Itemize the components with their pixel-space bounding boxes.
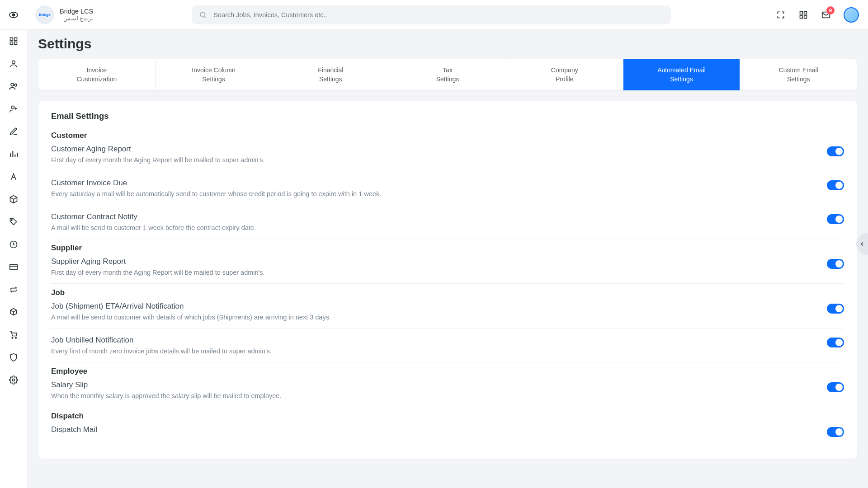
group-customer: Customer [51,131,844,140]
sync-icon[interactable] [9,285,19,295]
setting-title: Customer Contract Notify [51,212,256,221]
setting-job-eta: Job (Shipment) ETA/Arrival Notification … [51,299,844,328]
visibility-toggle-icon[interactable] [0,9,27,20]
svg-rect-5 [804,11,807,14]
svg-rect-7 [804,15,807,18]
toggle-job-eta[interactable] [827,304,844,314]
gear-icon[interactable] [9,375,19,385]
setting-desc: First day of every month the Aging Repor… [51,269,265,276]
brand-block[interactable]: Bridge Bridge LCS بريدج لسس [35,5,93,24]
tag-icon[interactable] [9,217,19,227]
tab-financial[interactable]: FinancialSettings [272,59,389,90]
toggle-customer-contract[interactable] [827,214,844,224]
setting-dispatch-mail: Dispatch Mail [51,422,844,444]
setting-desc: A mail will be send to customer with det… [51,314,331,321]
search-input[interactable] [192,5,671,24]
setting-desc: Every first of month zero invoice jobs d… [51,347,272,355]
brand-logo: Bridge [35,5,54,24]
setting-desc: First day of every month the Aging Repor… [51,156,265,164]
toggle-customer-aging[interactable] [827,146,844,156]
setting-supplier-aging: Supplier Aging Report First day of every… [51,254,844,284]
svg-rect-4 [800,11,803,14]
setting-title: Job Unbilled Notification [51,336,272,345]
user-icon[interactable] [9,59,19,69]
brand-subtitle: بريدج لسس [60,15,93,22]
font-icon[interactable] [9,172,19,182]
search-box [192,5,671,24]
svg-point-20 [12,337,13,338]
users-icon[interactable] [9,81,19,91]
clock-icon[interactable] [9,239,19,249]
svg-rect-6 [800,15,803,18]
email-settings-panel: Email Settings Customer Customer Aging R… [38,101,857,459]
setting-desc: Every saturday a mail will be automatica… [51,190,381,197]
setting-title: Salary Slip [51,380,281,389]
svg-line-3 [205,16,206,18]
settings-tabs: InvoiceCustomization Invoice ColumnSetti… [38,59,857,91]
svg-rect-11 [10,42,13,45]
toggle-dispatch-mail[interactable] [827,427,844,437]
svg-point-1 [13,14,15,16]
sidebar [0,30,27,488]
svg-rect-9 [10,38,13,41]
svg-point-15 [14,84,17,86]
search-icon [199,11,207,19]
setting-customer-invoice-due: Customer Invoice Due Every saturday a ma… [51,176,844,205]
card-icon[interactable] [9,262,19,272]
package-icon[interactable] [9,194,19,204]
top-header: Bridge Bridge LCS بريدج لسس 9 [0,0,868,30]
setting-title: Customer Invoice Due [51,178,381,188]
mail-icon[interactable]: 9 [821,10,831,20]
toggle-supplier-aging[interactable] [827,259,844,269]
svg-point-13 [12,61,15,64]
user-avatar[interactable] [844,7,859,23]
setting-title: Dispatch Mail [51,425,97,434]
svg-rect-19 [10,264,18,270]
svg-rect-10 [14,38,17,41]
fullscreen-icon[interactable] [776,10,786,20]
setting-title: Supplier Aging Report [51,257,265,266]
chevron-left-icon [859,241,865,247]
svg-point-16 [11,106,14,109]
setting-title: Customer Aging Report [51,145,265,154]
svg-point-17 [11,220,13,221]
svg-rect-12 [14,42,17,45]
cart-icon[interactable] [9,330,19,340]
svg-point-21 [15,337,17,338]
setting-title: Job (Shipment) ETA/Arrival Notification [51,302,331,311]
setting-customer-contract: Customer Contract Notify A mail will be … [51,210,844,239]
setting-desc: A mail will be send to customer 1 week b… [51,224,256,231]
tab-custom-email[interactable]: Custom EmailSettings [740,59,857,90]
tab-automated-email[interactable]: Automated EmailSettings [623,59,741,90]
setting-desc: When the monthly salary is approved the … [51,392,281,399]
setting-salary-slip: Salary Slip When the monthly salary is a… [51,378,844,407]
apps-grid-icon[interactable] [798,10,808,20]
panel-title: Email Settings [51,111,844,121]
box3d-icon[interactable] [9,307,19,317]
group-employee: Employee [51,367,844,376]
tab-tax[interactable]: TaxSettings [389,59,506,90]
page-title: Settings [38,36,857,52]
group-dispatch: Dispatch [51,412,844,421]
toggle-customer-invoice-due[interactable] [827,180,844,190]
svg-point-2 [200,12,205,17]
setting-job-unbilled: Job Unbilled Notification Every first of… [51,333,844,362]
notification-badge: 9 [826,6,835,14]
toggle-salary-slip[interactable] [827,382,844,392]
group-job: Job [51,288,844,297]
svg-point-22 [13,379,15,381]
tab-invoice-column[interactable]: Invoice ColumnSettings [156,59,273,90]
brand-name: Bridge LCS [60,8,93,15]
svg-point-14 [11,83,14,86]
group-supplier: Supplier [51,244,844,253]
tab-invoice-customization[interactable]: InvoiceCustomization [38,59,156,90]
tab-company-profile[interactable]: CompanyProfile [506,59,623,90]
main-content: Settings InvoiceCustomization Invoice Co… [27,30,868,488]
setting-customer-aging: Customer Aging Report First day of every… [51,142,844,171]
toggle-job-unbilled[interactable] [827,338,844,347]
edit-icon[interactable] [9,127,19,136]
chart-icon[interactable] [9,149,19,159]
shield-icon[interactable] [9,352,19,362]
dashboard-icon[interactable] [9,36,19,46]
user-plus-icon[interactable] [9,104,19,114]
